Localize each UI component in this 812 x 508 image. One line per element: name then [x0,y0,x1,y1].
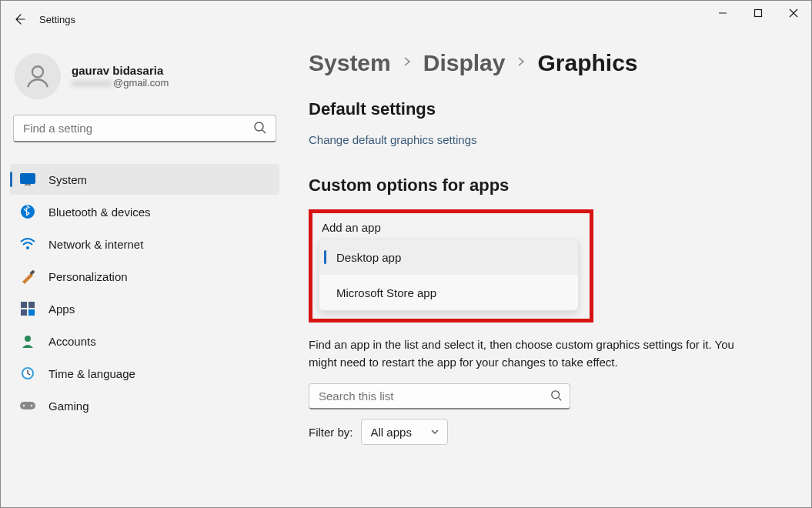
svg-point-2 [32,66,43,77]
sidebar-item-label: Accounts [48,335,96,348]
close-button[interactable] [776,1,811,25]
svg-rect-13 [28,309,35,316]
accounts-icon [19,333,36,349]
help-text: Find an app in the list and select it, t… [309,336,755,371]
sidebar-search [13,115,276,142]
custom-options-heading: Custom options for apps [309,175,799,196]
breadcrumb: System Display Graphics [309,50,799,76]
filter-row: Filter by: All apps [309,419,799,445]
svg-point-18 [23,405,25,406]
dropdown-option-label: Desktop app [336,251,401,264]
sidebar-item-label: Time & language [48,367,135,380]
dropdown-option-msstore[interactable]: Microsoft Store app [319,275,578,310]
svg-point-3 [255,122,263,131]
titlebar: Settings [1,1,811,38]
sidebar-item-accounts[interactable]: Accounts [10,326,279,356]
change-default-graphics-link[interactable]: Change default graphics settings [309,133,799,146]
profile-text: gaurav bidasaria xxxxxxxx@gmail.com [72,64,169,89]
bluetooth-icon [19,203,36,220]
wifi-icon [19,236,36,252]
add-app-label: Add an app [322,221,579,234]
breadcrumb-system[interactable]: System [309,50,391,76]
dropdown-option-desktop[interactable]: Desktop app [319,239,578,275]
svg-point-8 [26,246,29,249]
filter-label: Filter by: [309,426,353,439]
sidebar-item-label: Apps [48,302,75,316]
sidebar-item-label: System [48,173,87,186]
list-search-input[interactable] [309,383,570,409]
profile[interactable]: gaurav bidasaria xxxxxxxx@gmail.com [10,47,279,115]
svg-point-14 [25,336,31,342]
window-title: Settings [39,14,75,25]
svg-rect-17 [20,402,35,409]
sidebar-item-system[interactable]: System [10,164,279,195]
filter-select[interactable]: All apps [361,419,448,445]
main-content: System Display Graphics Default settings… [309,50,799,445]
person-icon [25,63,51,89]
back-arrow-icon [13,13,25,25]
sidebar-item-label: Gaming [48,399,89,413]
minimize-icon [718,8,727,18]
svg-point-19 [31,405,32,406]
search-input[interactable] [13,115,276,142]
breadcrumb-graphics: Graphics [537,50,637,76]
default-settings-heading: Default settings [309,99,799,119]
svg-rect-6 [25,184,31,185]
sidebar-item-bluetooth[interactable]: Bluetooth & devices [10,196,279,227]
sidebar-item-time[interactable]: Time & language [10,358,279,389]
sidebar-item-network[interactable]: Network & internet [10,229,279,259]
chevron-down-icon [430,427,439,436]
list-search [309,383,570,409]
sidebar-item-gaming[interactable]: Gaming [10,390,279,421]
sidebar-item-label: Network & internet [48,238,143,251]
minimize-button[interactable] [705,1,740,25]
close-icon [789,8,798,18]
svg-rect-12 [21,309,27,316]
window-controls [705,1,811,25]
sidebar: gaurav bidasaria xxxxxxxx@gmail.com Syst… [1,38,286,421]
chevron-right-icon [402,56,413,70]
sidebar-item-label: Bluetooth & devices [48,206,151,219]
maximize-icon [754,8,763,18]
avatar [15,53,61,99]
svg-rect-5 [20,173,35,184]
svg-line-4 [262,130,266,133]
system-icon [19,171,36,188]
sidebar-item-apps[interactable]: Apps [10,293,279,324]
breadcrumb-display[interactable]: Display [423,50,506,76]
search-icon [253,121,267,138]
profile-email: xxxxxxxx@gmail.com [72,77,169,89]
svg-line-21 [559,398,562,401]
clock-icon [19,365,36,382]
paintbrush-icon [19,268,36,285]
gaming-icon [19,397,36,414]
svg-rect-11 [28,302,35,308]
back-button[interactable] [4,4,35,35]
profile-name: gaurav bidasaria [72,64,169,77]
sidebar-item-label: Personalization [48,270,128,283]
search-icon [550,389,563,405]
svg-point-20 [552,391,560,399]
dropdown-option-label: Microsoft Store app [336,286,436,299]
apps-icon [19,300,36,317]
highlight-box: Add an app Desktop app Microsoft Store a… [309,209,593,323]
filter-value: All apps [371,426,412,439]
chevron-right-icon [516,56,526,70]
sidebar-item-personalization[interactable]: Personalization [10,261,279,292]
svg-rect-1 [755,10,762,17]
nav: System Bluetooth & devices Network & int… [10,164,279,421]
svg-rect-10 [21,302,27,308]
maximize-button[interactable] [740,1,776,25]
add-app-dropdown: Desktop app Microsoft Store app [319,239,579,311]
